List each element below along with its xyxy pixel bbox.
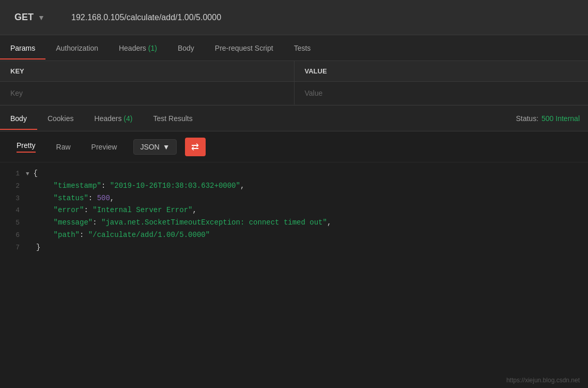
tab-authorization[interactable]: Authorization: [45, 37, 109, 59]
line-number: 4: [0, 205, 26, 216]
col-value-header: VALUE: [295, 61, 589, 81]
line-content: "status": 500,: [34, 192, 588, 205]
line-content: "path": "/calculate/add/1.00/5.0000": [34, 229, 588, 242]
format-raw[interactable]: Raw: [48, 139, 79, 155]
response-headers-badge: (4): [123, 114, 132, 123]
json-line: 2 "timestamp": "2019-10-26T10:38:03.632+…: [0, 180, 588, 192]
json-format-label: JSON: [140, 143, 159, 151]
line-number: 1: [0, 168, 26, 180]
format-bar: Pretty Raw Preview JSON ▼ ⇄: [0, 131, 588, 162]
line-content: "message": "java.net.SocketTimeoutExcept…: [34, 217, 588, 229]
line-number: 7: [0, 242, 26, 253]
col-key-header: KEY: [0, 61, 295, 81]
response-tabs-list: Body Cookies Headers (4) Test Results: [0, 107, 516, 130]
url-bar: GET ▼: [0, 0, 588, 35]
json-line: 4 "error": "Internal Server Error",: [0, 204, 588, 217]
status-label: Status:: [516, 114, 538, 123]
params-row: Key Value: [0, 82, 588, 105]
status-value: 500 Internal: [541, 114, 580, 123]
expand-arrow[interactable]: ▼: [26, 169, 29, 179]
line-number: 6: [0, 230, 26, 241]
value-cell[interactable]: Value: [295, 82, 589, 105]
json-content: 1▼ {2 "timestamp": "2019-10-26T10:38:03.…: [0, 162, 588, 259]
line-number: 2: [0, 181, 26, 192]
format-preview[interactable]: Preview: [83, 139, 126, 155]
method-chevron: ▼: [38, 13, 45, 22]
json-format-chevron: ▼: [163, 143, 170, 151]
tab-params[interactable]: Params: [0, 37, 45, 59]
tab-headers[interactable]: Headers (1): [109, 37, 167, 59]
tab-tests[interactable]: Tests: [284, 37, 321, 59]
json-line: 1▼ {: [0, 168, 588, 180]
tab-pre-request[interactable]: Pre-request Script: [205, 37, 284, 59]
tab-response-cookies[interactable]: Cookies: [37, 107, 84, 130]
json-line: 7}: [0, 242, 588, 254]
key-cell[interactable]: Key: [0, 82, 295, 105]
line-content: {: [32, 168, 588, 180]
line-content: "timestamp": "2019-10-26T10:38:03.632+00…: [34, 180, 588, 192]
params-table: KEY VALUE Key Value: [0, 61, 588, 106]
wrap-button[interactable]: ⇄: [185, 138, 206, 156]
watermark: https://xiejun.blog.csdn.net: [506, 377, 580, 384]
tab-body[interactable]: Body: [167, 37, 205, 59]
request-tabs: Params Authorization Headers (1) Body Pr…: [0, 35, 588, 61]
line-content: }: [34, 242, 588, 254]
tab-test-results[interactable]: Test Results: [143, 107, 203, 130]
tab-response-body[interactable]: Body: [0, 107, 37, 130]
params-header: KEY VALUE: [0, 61, 588, 82]
wrap-icon: ⇄: [191, 142, 199, 152]
method-selector[interactable]: GET ▼: [8, 8, 65, 27]
json-line: 3 "status": 500,: [0, 192, 588, 205]
url-input[interactable]: [65, 9, 580, 26]
headers-badge: (1): [148, 44, 157, 52]
tab-response-headers[interactable]: Headers (4): [84, 107, 143, 130]
line-content: "error": "Internal Server Error",: [34, 204, 588, 217]
json-line: 5 "message": "java.net.SocketTimeoutExce…: [0, 217, 588, 229]
json-line: 6 "path": "/calculate/add/1.00/5.0000": [0, 229, 588, 242]
response-tabs: Body Cookies Headers (4) Test Results St…: [0, 106, 588, 131]
status-area: Status: 500 Internal: [516, 114, 580, 123]
line-number: 3: [0, 193, 26, 204]
line-number: 5: [0, 217, 26, 229]
json-format-selector[interactable]: JSON ▼: [133, 139, 176, 155]
format-pretty[interactable]: Pretty: [8, 137, 44, 157]
method-label: GET: [14, 12, 34, 23]
